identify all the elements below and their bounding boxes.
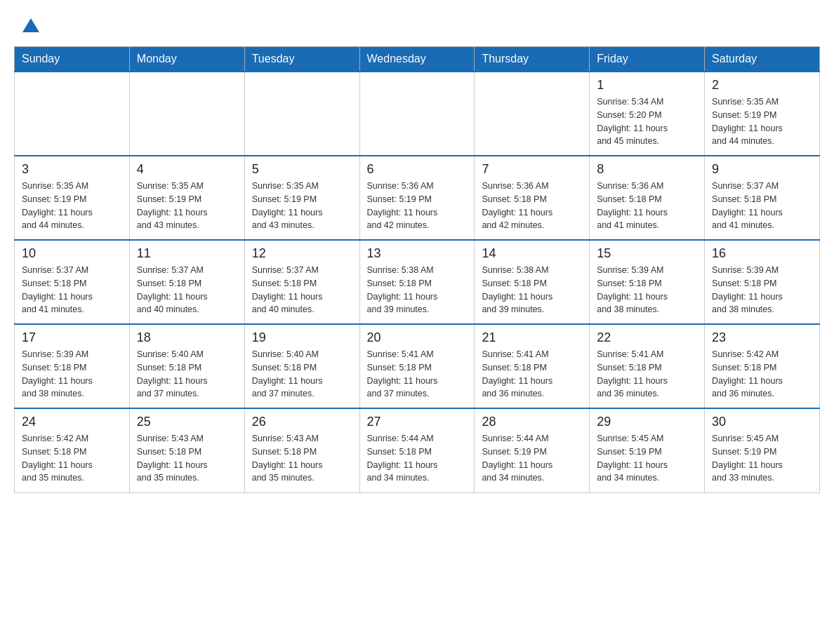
day-number: 4 [137,162,237,177]
day-number: 23 [712,330,812,345]
day-number: 28 [482,415,582,429]
day-info: Sunrise: 5:37 AMSunset: 5:18 PMDaylight:… [22,264,122,316]
day-info: Sunrise: 5:45 AMSunset: 5:19 PMDaylight:… [712,432,812,485]
day-info: Sunrise: 5:42 AMSunset: 5:18 PMDaylight:… [712,348,812,401]
weekday-header-saturday: Saturday [705,47,820,72]
day-info: Sunrise: 5:38 AMSunset: 5:18 PMDaylight:… [482,264,582,316]
day-number: 6 [367,162,468,177]
weekday-header-friday: Friday [590,47,705,72]
day-info: Sunrise: 5:35 AMSunset: 5:19 PMDaylight:… [252,180,352,232]
day-info: Sunrise: 5:41 AMSunset: 5:18 PMDaylight:… [482,348,582,401]
calendar-cell: 6Sunrise: 5:36 AMSunset: 5:19 PMDaylight… [359,156,475,240]
day-info: Sunrise: 5:37 AMSunset: 5:18 PMDaylight:… [252,264,352,316]
calendar-cell: 20Sunrise: 5:41 AMSunset: 5:18 PMDayligh… [359,324,475,408]
day-number: 12 [252,246,352,261]
calendar-cell: 30Sunrise: 5:45 AMSunset: 5:19 PMDayligh… [705,408,820,492]
week-row-4: 17Sunrise: 5:39 AMSunset: 5:18 PMDayligh… [15,324,820,408]
calendar-cell: 25Sunrise: 5:43 AMSunset: 5:18 PMDayligh… [129,408,244,492]
calendar-cell: 22Sunrise: 5:41 AMSunset: 5:18 PMDayligh… [590,324,705,408]
calendar-cell: 13Sunrise: 5:38 AMSunset: 5:18 PMDayligh… [359,240,475,324]
day-info: Sunrise: 5:42 AMSunset: 5:18 PMDaylight:… [22,432,122,485]
calendar-cell: 16Sunrise: 5:39 AMSunset: 5:18 PMDayligh… [705,240,820,324]
day-info: Sunrise: 5:36 AMSunset: 5:18 PMDaylight:… [597,180,697,232]
weekday-header-tuesday: Tuesday [244,47,359,72]
calendar-cell: 4Sunrise: 5:35 AMSunset: 5:19 PMDaylight… [129,156,244,240]
calendar-cell: 17Sunrise: 5:39 AMSunset: 5:18 PMDayligh… [15,324,130,408]
calendar-cell: 21Sunrise: 5:41 AMSunset: 5:18 PMDayligh… [475,324,590,408]
day-info: Sunrise: 5:45 AMSunset: 5:19 PMDaylight:… [597,432,697,485]
weekday-header-wednesday: Wednesday [359,47,475,72]
calendar-cell: 1Sunrise: 5:34 AMSunset: 5:20 PMDaylight… [590,72,705,156]
calendar-cell: 27Sunrise: 5:44 AMSunset: 5:18 PMDayligh… [359,408,475,492]
calendar-cell: 15Sunrise: 5:39 AMSunset: 5:18 PMDayligh… [590,240,705,324]
day-number: 8 [597,162,697,177]
calendar-cell: 18Sunrise: 5:40 AMSunset: 5:18 PMDayligh… [129,324,244,408]
day-number: 21 [482,330,582,345]
calendar-cell: 8Sunrise: 5:36 AMSunset: 5:18 PMDaylight… [590,156,705,240]
day-number: 17 [22,330,122,345]
day-number: 19 [252,330,352,345]
day-info: Sunrise: 5:41 AMSunset: 5:18 PMDaylight:… [597,348,697,401]
day-info: Sunrise: 5:37 AMSunset: 5:18 PMDaylight:… [137,264,237,316]
day-number: 30 [712,415,812,429]
calendar-cell: 29Sunrise: 5:45 AMSunset: 5:19 PMDayligh… [590,408,705,492]
weekday-header-thursday: Thursday [475,47,590,72]
day-info: Sunrise: 5:41 AMSunset: 5:18 PMDaylight:… [367,348,468,401]
calendar-cell: 3Sunrise: 5:35 AMSunset: 5:19 PMDaylight… [15,156,130,240]
day-info: Sunrise: 5:44 AMSunset: 5:18 PMDaylight:… [367,432,468,485]
day-info: Sunrise: 5:44 AMSunset: 5:19 PMDaylight:… [482,432,582,485]
page-header [14,14,820,32]
calendar-table: SundayMondayTuesdayWednesdayThursdayFrid… [14,46,820,493]
calendar-cell: 14Sunrise: 5:38 AMSunset: 5:18 PMDayligh… [475,240,590,324]
day-number: 18 [137,330,237,345]
day-number: 14 [482,246,582,261]
day-number: 7 [482,162,582,177]
weekday-header-monday: Monday [129,47,244,72]
day-number: 2 [712,78,812,93]
day-number: 20 [367,330,468,345]
day-info: Sunrise: 5:37 AMSunset: 5:18 PMDaylight:… [712,180,812,232]
day-info: Sunrise: 5:35 AMSunset: 5:19 PMDaylight:… [712,95,812,148]
day-number: 27 [367,415,468,429]
calendar-cell [129,72,244,156]
day-info: Sunrise: 5:39 AMSunset: 5:18 PMDaylight:… [597,264,697,316]
calendar-cell: 11Sunrise: 5:37 AMSunset: 5:18 PMDayligh… [129,240,244,324]
day-number: 1 [597,78,697,93]
calendar-header-row: SundayMondayTuesdayWednesdayThursdayFrid… [15,47,820,72]
week-row-5: 24Sunrise: 5:42 AMSunset: 5:18 PMDayligh… [15,408,820,492]
calendar-cell: 24Sunrise: 5:42 AMSunset: 5:18 PMDayligh… [15,408,130,492]
calendar-cell [359,72,475,156]
week-row-2: 3Sunrise: 5:35 AMSunset: 5:19 PMDaylight… [15,156,820,240]
day-info: Sunrise: 5:36 AMSunset: 5:19 PMDaylight:… [367,180,468,232]
day-info: Sunrise: 5:39 AMSunset: 5:18 PMDaylight:… [712,264,812,316]
day-number: 15 [597,246,697,261]
day-info: Sunrise: 5:34 AMSunset: 5:20 PMDaylight:… [597,95,697,148]
logo-triangle-icon [22,18,39,32]
day-number: 11 [137,246,237,261]
day-number: 26 [252,415,352,429]
day-info: Sunrise: 5:43 AMSunset: 5:18 PMDaylight:… [137,432,237,485]
calendar-cell: 19Sunrise: 5:40 AMSunset: 5:18 PMDayligh… [244,324,359,408]
day-number: 29 [597,415,697,429]
logo [21,21,39,32]
calendar-cell: 28Sunrise: 5:44 AMSunset: 5:19 PMDayligh… [475,408,590,492]
day-number: 25 [137,415,237,429]
day-info: Sunrise: 5:36 AMSunset: 5:18 PMDaylight:… [482,180,582,232]
calendar-cell: 10Sunrise: 5:37 AMSunset: 5:18 PMDayligh… [15,240,130,324]
day-number: 13 [367,246,468,261]
day-info: Sunrise: 5:40 AMSunset: 5:18 PMDaylight:… [137,348,237,401]
day-info: Sunrise: 5:40 AMSunset: 5:18 PMDaylight:… [252,348,352,401]
calendar-cell: 23Sunrise: 5:42 AMSunset: 5:18 PMDayligh… [705,324,820,408]
week-row-3: 10Sunrise: 5:37 AMSunset: 5:18 PMDayligh… [15,240,820,324]
calendar-cell [244,72,359,156]
day-number: 5 [252,162,352,177]
day-info: Sunrise: 5:43 AMSunset: 5:18 PMDaylight:… [252,432,352,485]
day-number: 24 [22,415,122,429]
week-row-1: 1Sunrise: 5:34 AMSunset: 5:20 PMDaylight… [15,72,820,156]
day-number: 3 [22,162,122,177]
calendar-cell: 2Sunrise: 5:35 AMSunset: 5:19 PMDaylight… [705,72,820,156]
day-info: Sunrise: 5:39 AMSunset: 5:18 PMDaylight:… [22,348,122,401]
calendar-cell [475,72,590,156]
day-info: Sunrise: 5:35 AMSunset: 5:19 PMDaylight:… [22,180,122,232]
calendar-cell: 26Sunrise: 5:43 AMSunset: 5:18 PMDayligh… [244,408,359,492]
